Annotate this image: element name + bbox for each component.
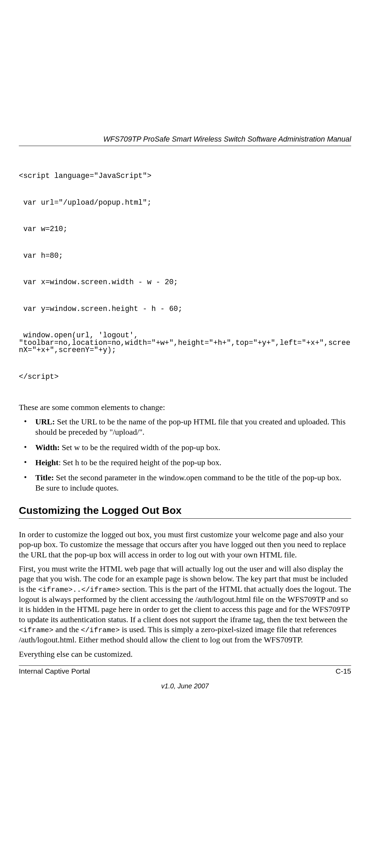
bullet-text: : Set h to be the required height of the… [59,458,221,467]
code-line: var y=window.screen.height - h - 60; [19,305,351,313]
section-rule [19,518,351,519]
code-line: </script> [19,373,351,381]
footer-section-name: Internal Captive Portal [19,667,90,675]
bullet-item-width: Width: Set w to be the required width of… [19,442,351,453]
inline-code: </iframe> [81,626,120,634]
section-paragraph-3: Everything else can be customized. [19,649,351,659]
section-paragraph-1: In order to customize the logged out box… [19,530,351,560]
header-rule [19,146,351,146]
code-line: <script language="JavaScript"> [19,172,351,180]
footer-page-number: C-15 [335,667,351,675]
bullet-text: Set w to be the required width of the po… [60,443,220,452]
bullet-item-height: Height: Set h to be the required height … [19,457,351,468]
bullet-item-title: Title: Set the second parameter in the w… [19,472,351,493]
section-heading: Customizing the Logged Out Box [19,505,351,516]
code-line: var x=window.screen.width - w - 20; [19,279,351,286]
inline-code: <iframe>..</iframe> [38,586,120,594]
bullet-text: Set the URL to be the name of the pop-up… [35,417,346,436]
bullet-list: URL: Set the URL to be the name of the p… [19,417,351,493]
bullet-text: Set the second parameter in the window.o… [35,473,341,492]
code-line: window.open(url, 'logout', "toolbar=no,l… [19,332,351,354]
bullet-item-url: URL: Set the URL to be the name of the p… [19,417,351,437]
running-header: WFS709TP ProSafe Smart Wireless Switch S… [19,135,351,146]
intro-paragraph: These are some common elements to change… [19,402,351,412]
footer-version: v1.0, June 2007 [19,682,351,690]
bullet-label: URL: [35,417,55,426]
bullet-label: Title: [35,473,54,482]
inline-code: <iframe> [19,626,53,634]
code-line: var w=210; [19,226,351,233]
document-page: WFS709TP ProSafe Smart Wireless Switch S… [0,0,370,868]
footer-row: Internal Captive Portal C-15 [19,667,351,675]
bullet-label: Width: [35,443,60,452]
footer-rule [19,665,351,666]
code-line: var h=80; [19,252,351,260]
code-line: var url="/upload/popup.html"; [19,199,351,207]
text-run: and the [53,625,81,634]
section-paragraph-2: First, you must write the HTML web page … [19,564,351,645]
code-block: <script language="JavaScript"> var url="… [19,158,351,400]
bullet-label: Height [35,458,59,467]
